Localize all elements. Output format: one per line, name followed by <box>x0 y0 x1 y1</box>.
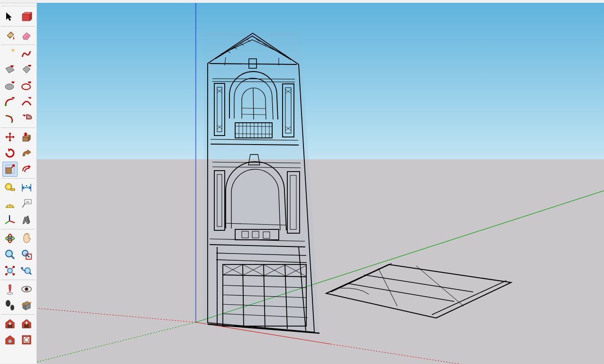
text-tool[interactable]: A1 <box>19 196 34 211</box>
svg-point-33 <box>6 300 10 307</box>
tool-group-drawing <box>1 45 36 128</box>
svg-point-26 <box>8 268 12 273</box>
tool-group-camera <box>1 229 36 280</box>
svg-point-6 <box>11 122 13 123</box>
look-around-tool[interactable] <box>19 282 34 297</box>
svg-rect-9 <box>6 168 11 173</box>
pan-tool[interactable] <box>19 231 34 246</box>
svg-point-1 <box>8 34 13 36</box>
svg-point-22 <box>9 237 11 240</box>
svg-point-5 <box>6 115 7 117</box>
select-tool[interactable] <box>2 9 18 25</box>
svg-point-29 <box>7 292 13 294</box>
arc-tool[interactable] <box>2 95 18 110</box>
rotate-tool[interactable] <box>2 146 18 161</box>
svg-rect-13 <box>11 189 15 191</box>
freehand-tool[interactable] <box>19 46 34 62</box>
3d-warehouse-get-tool[interactable] <box>2 316 18 331</box>
svg-rect-0 <box>22 14 30 21</box>
offset-tool[interactable] <box>19 162 34 177</box>
tool-group-modify <box>1 27 36 45</box>
svg-point-23 <box>6 250 12 257</box>
3d-viewport[interactable] <box>37 3 604 364</box>
previous-view-tool[interactable] <box>19 263 34 278</box>
circle-tool[interactable] <box>2 79 18 94</box>
building-facade[interactable] <box>203 31 320 333</box>
svg-rect-8 <box>23 137 28 141</box>
zoom-tool[interactable] <box>2 247 18 262</box>
eraser-tool[interactable] <box>19 28 34 43</box>
scale-tool[interactable] <box>2 162 18 177</box>
svg-point-2 <box>5 84 14 90</box>
tool-group-construction: A1 <box>1 179 36 229</box>
push-pull-tool[interactable] <box>19 129 34 145</box>
dimension-tool[interactable] <box>19 180 34 195</box>
ground <box>37 159 604 364</box>
svg-text:A1: A1 <box>26 200 30 203</box>
svg-point-4 <box>5 104 7 106</box>
polygon-tool[interactable] <box>19 79 34 94</box>
walk-tool[interactable] <box>2 298 18 313</box>
large-toolset: A1 <box>0 3 37 363</box>
rotated-rectangle-tool[interactable] <box>19 63 34 78</box>
tool-group-warehouse <box>1 315 36 349</box>
svg-line-19 <box>5 221 9 224</box>
svg-point-7 <box>11 117 12 118</box>
2-point-arc-tool[interactable] <box>19 95 34 110</box>
position-camera-tool[interactable] <box>2 282 18 297</box>
svg-point-28 <box>9 284 11 287</box>
3d-warehouse-share-tool[interactable] <box>19 316 34 331</box>
move-tool[interactable] <box>2 129 18 145</box>
svg-point-3 <box>22 84 30 90</box>
svg-point-34 <box>10 305 14 310</box>
axes-tool[interactable] <box>2 212 18 228</box>
section-plane-tool[interactable] <box>19 298 34 313</box>
rectangle-tool[interactable] <box>2 63 18 78</box>
tape-measure-tool[interactable] <box>2 180 18 195</box>
follow-me-tool[interactable] <box>19 146 34 161</box>
orbit-tool[interactable] <box>2 231 18 246</box>
3d-text-tool[interactable] <box>19 212 34 228</box>
zoom-extents-tool[interactable] <box>2 263 18 278</box>
paint-bucket-tool[interactable] <box>2 28 18 43</box>
zoom-window-tool[interactable] <box>19 247 34 262</box>
line-tool[interactable] <box>2 46 18 62</box>
tool-group-principal <box>1 8 36 27</box>
pie-tool[interactable] <box>19 111 34 126</box>
3-point-arc-tool[interactable] <box>2 111 18 126</box>
tool-group-walkthrough <box>1 280 36 315</box>
protractor-tool[interactable] <box>2 196 18 211</box>
tool-group-edit <box>1 128 36 179</box>
svg-point-32 <box>26 288 27 290</box>
make-component-tool[interactable] <box>19 9 34 25</box>
send-to-layout-tool[interactable] <box>19 332 34 347</box>
svg-point-12 <box>7 185 10 188</box>
svg-line-18 <box>9 221 15 223</box>
svg-rect-36 <box>24 324 29 328</box>
svg-point-14 <box>26 185 27 187</box>
extension-warehouse-tool[interactable] <box>2 332 18 347</box>
toolbar-grip[interactable] <box>1 5 36 7</box>
sky <box>37 3 604 159</box>
